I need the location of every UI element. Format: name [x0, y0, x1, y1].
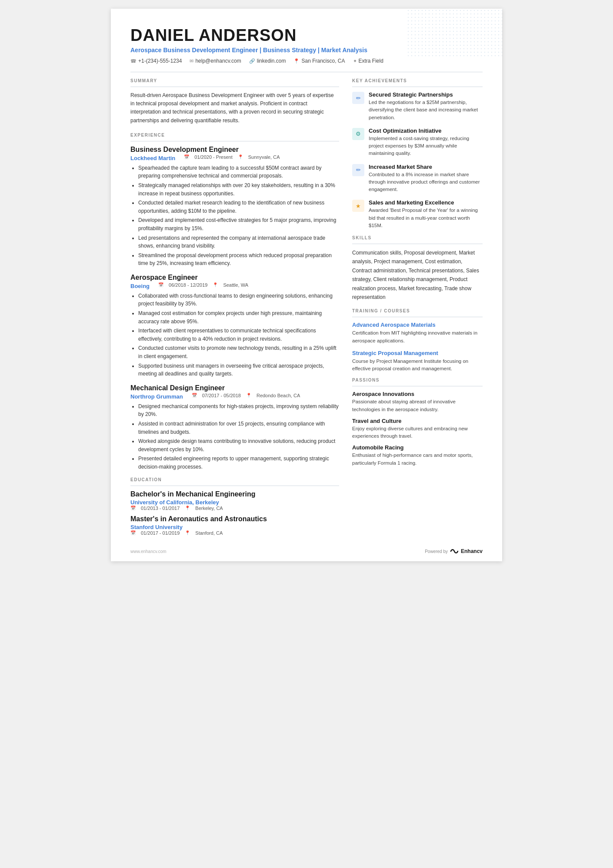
experience-section: EXPERIENCE Business Development Engineer…	[130, 133, 339, 471]
training-label: TRAINING / COURSES	[352, 308, 483, 313]
achievements-label: KEY ACHIEVEMENTS	[352, 78, 483, 83]
title: Aerospace Business Development Engineer …	[130, 47, 483, 54]
education-divider	[130, 486, 339, 486]
job-2-bullet-2: Managed cost estimation for complex proj…	[138, 309, 339, 325]
skills-divider	[352, 244, 483, 244]
job-1-dates: 01/2020 - Present	[194, 154, 232, 160]
skills-text: Communication skills, Proposal developme…	[352, 248, 483, 302]
job-1-bullet-6: Streamlined the proposal development pro…	[138, 251, 339, 268]
job-2-loc-icon: 📍	[213, 282, 218, 287]
enhancv-logo-icon	[450, 548, 459, 554]
job-2-bullet-3: Interfaced with client representatives t…	[138, 327, 339, 343]
job-1-title: Business Development Engineer	[130, 146, 339, 154]
footer: www.enhancv.com Powered by Enhancv	[130, 548, 483, 554]
degree-1-title: Bachelor's in Mechanical Engineering	[130, 490, 339, 498]
achievement-2: ⚙ Cost Optimization Initiative Implement…	[352, 127, 483, 158]
degree-1-school: University of California, Berkeley	[130, 499, 339, 506]
website-contact: 🔗 linkedin.com	[249, 58, 286, 64]
job-2-dates: 06/2018 - 12/2019	[169, 282, 207, 288]
phone-icon: ☎	[130, 58, 137, 64]
achievement-3: ✏ Increased Market Share Contributed to …	[352, 164, 483, 194]
passion-2-title: Travel and Culture	[352, 418, 483, 424]
job-3-company: Northrop Grumman	[130, 393, 183, 400]
job-3-bullets: Designed mechanical components for high-…	[130, 402, 339, 471]
achievement-2-title: Cost Optimization Initiative	[369, 127, 483, 134]
extra-icon: ✦	[353, 58, 357, 64]
footer-brand: Powered by Enhancv	[425, 548, 483, 554]
passions-section: PASSIONS Aerospace Innovations Passionat…	[352, 378, 483, 467]
achievement-4: ★ Sales and Marketing Excellence Awarded…	[352, 199, 483, 229]
job-2-title: Aerospace Engineer	[130, 274, 339, 282]
summary-divider	[130, 87, 339, 87]
training-1: Advanced Aerospace Materials Certificati…	[352, 322, 483, 345]
name: DANIEL ANDERSON	[130, 26, 483, 45]
job-1-bullets: Spearheaded the capture team leading to …	[130, 164, 339, 268]
phone-contact: ☎ +1-(234)-555-1234	[130, 58, 182, 64]
education-section: EDUCATION Bachelor's in Mechanical Engin…	[130, 477, 339, 536]
job-2-bullet-1: Collaborated with cross-functional teams…	[138, 292, 339, 308]
job-2-bullets: Collaborated with cross-functional teams…	[130, 292, 339, 378]
passion-2-desc: Enjoy exploring diverse cultures and emb…	[352, 425, 483, 440]
experience-divider	[130, 141, 339, 141]
degree-2-title: Master's in Aeronautics and Astronautics	[130, 515, 339, 523]
achievements-section: KEY ACHIEVEMENTS ✏ Secured Strategic Par…	[352, 78, 483, 229]
passion-1-title: Aerospace Innovations	[352, 391, 483, 397]
achievement-3-title: Increased Market Share	[369, 164, 483, 170]
job-2: Aerospace Engineer Boeing 📅 06/2018 - 12…	[130, 274, 339, 378]
passion-3-desc: Enthusiast of high-performance cars and …	[352, 452, 483, 467]
website-value: linkedin.com	[257, 58, 286, 64]
powered-by-label: Powered by	[425, 549, 448, 554]
job-1-dates-icon: 📅	[184, 154, 189, 159]
job-3-meta-row: Northrop Grumman 📅 07/2017 - 05/2018 📍 R…	[130, 393, 339, 401]
degree-1-location: Berkeley, CA	[195, 506, 223, 511]
achievement-1-title: Secured Strategic Partnerships	[369, 91, 483, 98]
achievement-4-desc: Awarded 'Best Proposal of the Year' for …	[369, 207, 483, 229]
job-1-loc-icon: 📍	[238, 154, 243, 159]
degree-2-meta: 📅 01/2017 - 01/2019 📍 Stanford, CA	[130, 530, 339, 536]
training-1-desc: Certification from MIT highlighting inno…	[352, 329, 483, 345]
training-divider	[352, 317, 483, 317]
degree-1-dates: 01/2013 - 01/2017	[141, 506, 180, 511]
job-3-dates: 07/2017 - 05/2018	[202, 393, 241, 398]
right-column: KEY ACHIEVEMENTS ✏ Secured Strategic Par…	[352, 78, 483, 540]
extra-contact: ✦ Extra Field	[353, 58, 383, 64]
achievement-2-content: Cost Optimization Initiative Implemented…	[369, 127, 483, 158]
job-2-bullet-4: Conducted customer visits to promote new…	[138, 344, 339, 360]
job-2-meta: 📅 06/2018 - 12/2019 📍 Seattle, WA	[158, 282, 248, 288]
job-1-bullet-4: Developed and implemented cost-effective…	[138, 216, 339, 232]
job-3: Mechanical Design Engineer Northrop Grum…	[130, 384, 339, 471]
experience-label: EXPERIENCE	[130, 133, 339, 137]
passion-3-title: Automobile Racing	[352, 444, 483, 451]
passions-label: PASSIONS	[352, 378, 483, 382]
job-1: Business Development Engineer Lockheed M…	[130, 146, 339, 268]
achievements-divider	[352, 87, 483, 87]
skills-label: SKILLS	[352, 235, 483, 240]
achievement-2-desc: Implemented a cost-saving strategy, redu…	[369, 135, 483, 158]
degree-1: Bachelor's in Mechanical Engineering Uni…	[130, 490, 339, 511]
achievement-1-content: Secured Strategic Partnerships Led the n…	[369, 91, 483, 121]
location-value: San Francisco, CA	[301, 58, 345, 64]
job-3-bullet-2: Assisted in contract administration for …	[138, 420, 339, 436]
achievement-3-desc: Contributed to a 8% increase in market s…	[369, 171, 483, 194]
location-icon: 📍	[293, 58, 300, 64]
job-2-dates-icon: 📅	[158, 282, 163, 287]
job-2-company: Boeing	[130, 283, 150, 289]
job-3-meta: 📅 07/2017 - 05/2018 📍 Redondo Beach, CA	[192, 393, 300, 398]
job-1-bullet-1: Spearheaded the capture team leading to …	[138, 164, 339, 180]
main-content: SUMMARY Result-driven Aerospace Business…	[130, 78, 483, 540]
degree-2-dates: 01/2017 - 01/2019	[141, 530, 180, 536]
passion-1: Aerospace Innovations Passionate about s…	[352, 391, 483, 413]
footer-url: www.enhancv.com	[130, 549, 167, 554]
achievement-2-icon: ⚙	[352, 128, 364, 140]
summary-text: Result-driven Aerospace Business Develop…	[130, 91, 339, 125]
extra-value: Extra Field	[359, 58, 383, 64]
achievement-1: ✏ Secured Strategic Partnerships Led the…	[352, 91, 483, 121]
achievement-3-content: Increased Market Share Contributed to a …	[369, 164, 483, 194]
training-2-title: Strategic Proposal Management	[352, 350, 483, 356]
degree-1-meta: 📅 01/2013 - 01/2017 📍 Berkeley, CA	[130, 506, 339, 511]
job-3-bullet-3: Worked alongside design teams contributi…	[138, 437, 339, 453]
email-value: help@enhancv.com	[195, 58, 241, 64]
achievement-1-icon: ✏	[352, 92, 364, 104]
job-1-location: Sunnyvale, CA	[248, 154, 280, 160]
link-icon: 🔗	[249, 58, 255, 64]
